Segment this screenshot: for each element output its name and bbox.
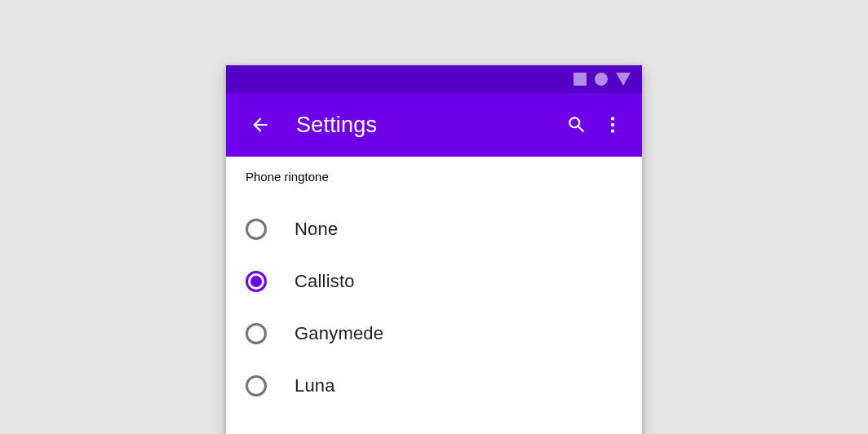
status-triangle-icon <box>616 73 631 86</box>
status-circle-icon <box>595 73 608 86</box>
search-icon <box>566 114 587 135</box>
overflow-menu-button[interactable] <box>595 107 631 143</box>
ringtone-list: NoneCallistoGanymedeLuna <box>244 203 624 412</box>
arrow-back-icon <box>250 114 271 135</box>
ringtone-label: Callisto <box>294 271 355 292</box>
svg-point-4 <box>611 123 614 126</box>
svg-point-1 <box>595 73 608 86</box>
ringtone-option[interactable]: None <box>244 203 624 255</box>
radio-button-icon <box>246 323 267 344</box>
svg-rect-0 <box>574 73 587 86</box>
ringtone-label: Luna <box>294 375 335 396</box>
svg-point-5 <box>611 129 614 132</box>
svg-marker-2 <box>616 73 631 86</box>
content-panel: Phone ringtone NoneCallistoGanymedeLuna <box>226 157 642 434</box>
section-label: Phone ringtone <box>246 170 624 184</box>
svg-point-3 <box>611 117 614 120</box>
status-square-icon <box>574 73 587 86</box>
device-frame: Settings Phone ringtone NoneCallistoGany… <box>226 65 642 434</box>
radio-button-icon <box>246 219 267 240</box>
search-button[interactable] <box>559 107 595 143</box>
radio-button-icon <box>246 375 267 396</box>
ringtone-option[interactable]: Callisto <box>244 255 624 308</box>
back-button[interactable] <box>242 107 278 143</box>
status-bar <box>226 65 642 93</box>
ringtone-option[interactable]: Luna <box>244 360 624 412</box>
ringtone-option[interactable]: Ganymede <box>244 308 624 360</box>
radio-button-icon <box>246 271 267 292</box>
ringtone-label: None <box>294 219 338 240</box>
app-bar: Settings <box>226 93 642 157</box>
more-vert-icon <box>602 114 623 135</box>
ringtone-label: Ganymede <box>294 323 383 344</box>
page-title: Settings <box>296 113 559 138</box>
